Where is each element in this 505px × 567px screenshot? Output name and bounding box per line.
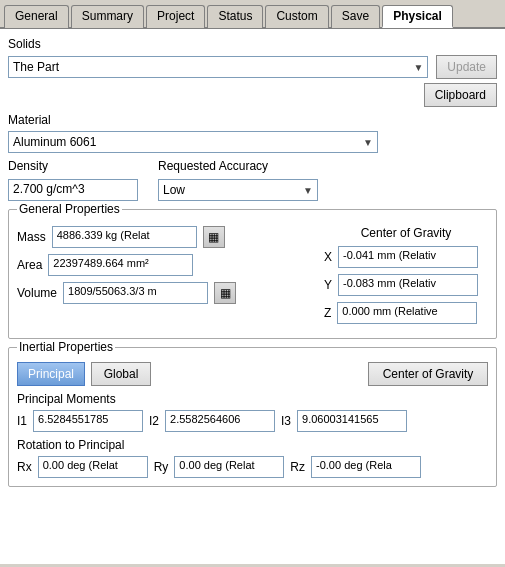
rz-label: Rz (290, 460, 305, 474)
main-content: Solids The Part ▼ Update Clipboard Mater… (0, 29, 505, 564)
cog-header: Center of Gravity (324, 226, 488, 240)
principal-moments-label: Principal Moments (17, 392, 488, 406)
material-arrow-icon: ▼ (363, 137, 373, 148)
solids-dropdown[interactable]: The Part ▼ (8, 56, 428, 78)
ry-input[interactable]: 0.00 deg (Relat (174, 456, 284, 478)
accuracy-arrow-icon: ▼ (303, 185, 313, 196)
area-label: Area (17, 258, 42, 272)
tab-general[interactable]: General (4, 5, 69, 28)
accuracy-dropdown[interactable]: Low ▼ (158, 179, 318, 201)
solids-row: The Part ▼ Update (8, 55, 497, 79)
rx-input[interactable]: 0.00 deg (Relat (38, 456, 148, 478)
volume-input[interactable]: 1809/55063.3/3 m (63, 282, 208, 304)
i2-input[interactable]: 2.5582564606 (165, 410, 275, 432)
general-properties-box: General Properties Mass 4886.339 kg (Rel… (8, 209, 497, 339)
rx-label: Rx (17, 460, 32, 474)
volume-row: Volume 1809/55063.3/3 m ▦ (17, 282, 318, 304)
solids-value: The Part (13, 60, 59, 74)
density-label: Density (8, 159, 138, 173)
i3-input[interactable]: 9.06003141565 (297, 410, 407, 432)
inertial-properties-box: Inertial Properties Principal Global Cen… (8, 347, 497, 487)
tab-summary[interactable]: Summary (71, 5, 144, 28)
tab-save[interactable]: Save (331, 5, 380, 28)
mass-label: Mass (17, 230, 46, 244)
mass-icon-button[interactable]: ▦ (203, 226, 225, 248)
density-input[interactable]: 2.700 g/cm^3 (8, 179, 138, 201)
density-row: Density 2.700 g/cm^3 Requested Accuracy … (8, 159, 497, 201)
cog-y-label: Y (324, 278, 332, 292)
tab-bar: General Summary Project Status Custom Sa… (0, 0, 505, 29)
rz-input[interactable]: -0.00 deg (Rela (311, 456, 421, 478)
volume-icon-button[interactable]: ▦ (214, 282, 236, 304)
cog-y-row: Y -0.083 mm (Relativ (324, 274, 488, 296)
tab-physical[interactable]: Physical (382, 5, 453, 28)
i1-label: I1 (17, 414, 27, 428)
principal-button[interactable]: Principal (17, 362, 85, 386)
i2-label: I2 (149, 414, 159, 428)
density-group: Density 2.700 g/cm^3 (8, 159, 138, 201)
update-button[interactable]: Update (436, 55, 497, 79)
rotation-row: Rx 0.00 deg (Relat Ry 0.00 deg (Relat Rz… (17, 456, 488, 478)
tab-status[interactable]: Status (207, 5, 263, 28)
material-value: Aluminum 6061 (13, 135, 96, 149)
ry-label: Ry (154, 460, 169, 474)
mass-row: Mass 4886.339 kg (Relat ▦ (17, 226, 318, 248)
volume-grid-icon: ▦ (220, 286, 231, 300)
cog-x-input[interactable]: -0.041 mm (Relativ (338, 246, 478, 268)
clipboard-button[interactable]: Clipboard (424, 83, 497, 107)
cog-z-row: Z 0.000 mm (Relative (324, 302, 488, 324)
global-button[interactable]: Global (91, 362, 151, 386)
general-props-content: Mass 4886.339 kg (Relat ▦ Area 22397489.… (17, 226, 488, 330)
cog-section: Center of Gravity X -0.041 mm (Relativ Y… (318, 226, 488, 330)
tab-project[interactable]: Project (146, 5, 205, 28)
volume-label: Volume (17, 286, 57, 300)
cog-x-row: X -0.041 mm (Relativ (324, 246, 488, 268)
material-dropdown[interactable]: Aluminum 6061 ▼ (8, 131, 378, 153)
solids-label: Solids (8, 37, 497, 51)
area-row: Area 22397489.664 mm² (17, 254, 318, 276)
area-input[interactable]: 22397489.664 mm² (48, 254, 193, 276)
i1-input[interactable]: 6.5284551785 (33, 410, 143, 432)
cog-x-label: X (324, 250, 332, 264)
tab-custom[interactable]: Custom (265, 5, 328, 28)
accuracy-label: Requested Accuracy (158, 159, 318, 173)
props-left: Mass 4886.339 kg (Relat ▦ Area 22397489.… (17, 226, 318, 330)
inertial-properties-title: Inertial Properties (17, 340, 115, 354)
moments-row: I1 6.5284551785 I2 2.5582564606 I3 9.060… (17, 410, 488, 432)
center-of-gravity-button[interactable]: Center of Gravity (368, 362, 488, 386)
rotation-label: Rotation to Principal (17, 438, 488, 452)
i3-label: I3 (281, 414, 291, 428)
material-label: Material (8, 113, 497, 127)
inertial-buttons-row: Principal Global Center of Gravity (17, 362, 488, 386)
mass-grid-icon: ▦ (208, 230, 219, 244)
material-section: Material Aluminum 6061 ▼ (8, 113, 497, 153)
mass-input[interactable]: 4886.339 kg (Relat (52, 226, 197, 248)
cog-z-label: Z (324, 306, 331, 320)
accuracy-group: Requested Accuracy Low ▼ (158, 159, 318, 201)
general-properties-title: General Properties (17, 202, 122, 216)
cog-y-input[interactable]: -0.083 mm (Relativ (338, 274, 478, 296)
accuracy-value: Low (163, 183, 185, 197)
cog-z-input[interactable]: 0.000 mm (Relative (337, 302, 477, 324)
solids-arrow-icon: ▼ (413, 62, 423, 73)
